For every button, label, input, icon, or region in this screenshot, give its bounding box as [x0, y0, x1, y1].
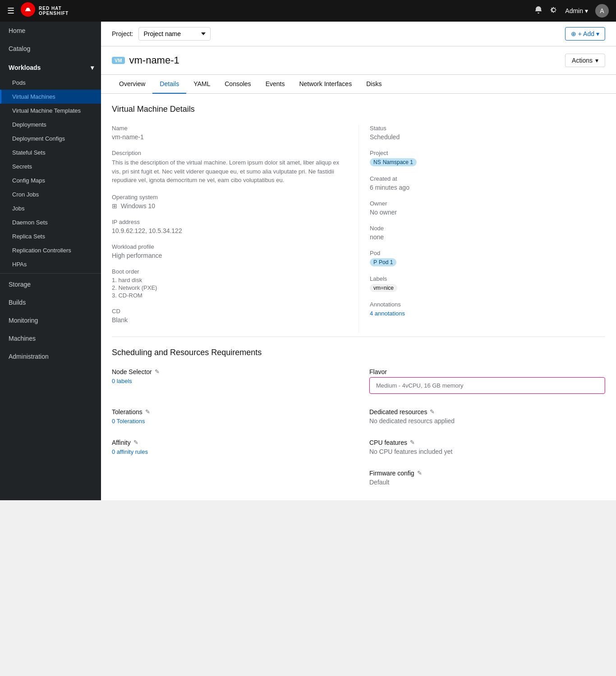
flavor-field: Flavor Medium - 4vCPU, 16 GB memory	[369, 368, 605, 394]
os-label: Operating system	[112, 194, 348, 201]
status-field: Status Scheduled	[370, 125, 605, 141]
hamburger-icon[interactable]: ☰	[7, 6, 14, 16]
firmware-value: Default	[369, 479, 605, 486]
cpu-features-field: CPU features ✎ No CPU features included …	[369, 439, 605, 455]
node-selector-label: Node Selector ✎	[112, 368, 348, 375]
sidebar-section-workloads[interactable]: Workloads ▾	[0, 58, 101, 76]
tab-details[interactable]: Details	[152, 75, 186, 94]
firmware-label: Firmware config ✎	[369, 470, 605, 477]
project-select[interactable]: Project name	[138, 27, 211, 41]
add-button[interactable]: ⊕ + Add ▾	[565, 27, 605, 41]
tolerations-value[interactable]: 0 Tolerations	[112, 418, 145, 425]
tab-events[interactable]: Events	[258, 75, 292, 94]
sidebar-item-secrets[interactable]: Secrets	[0, 160, 101, 174]
boot-item-1: 1. hard disk	[112, 277, 348, 283]
flavor-name: Medium - 4vCPU, 16 GB memory	[376, 382, 598, 389]
dedicated-resources-field: Dedicated resources ✎ No dedicated resou…	[369, 408, 605, 425]
project-field: Project NS Namspace 1	[370, 150, 605, 166]
sidebar-item-deployment-configs[interactable]: Deployment Configs	[0, 132, 101, 146]
labels-label: Labels	[370, 275, 605, 282]
sidebar-item-machines[interactable]: Machines	[0, 329, 101, 347]
sidebar-item-replication-controllers[interactable]: Replication Controllers	[0, 243, 101, 257]
owner-label: Owner	[370, 200, 605, 207]
vm-details-grid: Name vm-name-1 Description This is the d…	[112, 125, 605, 333]
sidebar-item-administration[interactable]: Administration	[0, 347, 101, 365]
labels-field: Labels vm=nice	[370, 275, 605, 292]
sidebar-item-monitoring[interactable]: Monitoring	[0, 311, 101, 329]
affinity-value[interactable]: 0 affinity rules	[112, 448, 148, 455]
cpu-features-edit-icon[interactable]: ✎	[410, 439, 415, 446]
actions-button[interactable]: Actions ▾	[565, 54, 605, 67]
sidebar-item-cron-jobs[interactable]: Cron Jobs	[0, 187, 101, 201]
boot-item-2: 2. Network (PXE)	[112, 284, 348, 291]
sidebar-item-config-maps[interactable]: Config Maps	[0, 174, 101, 187]
sidebar-item-virtual-machines[interactable]: Virtual Machines	[0, 90, 101, 104]
created-label: Created at	[370, 175, 605, 182]
owner-value: No owner	[370, 209, 605, 216]
tab-network-interfaces[interactable]: Network Interfaces	[292, 75, 359, 94]
sidebar-item-catalog[interactable]: Catalog	[0, 40, 101, 58]
sidebar-item-builds[interactable]: Builds	[0, 293, 101, 311]
sidebar-item-label: Stateful Sets	[12, 149, 46, 156]
add-button-label: + Add	[578, 30, 594, 37]
gear-icon[interactable]	[550, 6, 558, 16]
sidebar-item-jobs[interactable]: Jobs	[0, 201, 101, 215]
add-chevron-icon: ▾	[596, 30, 599, 37]
ip-label: IP address	[112, 219, 348, 225]
status-value: Scheduled	[370, 133, 605, 141]
tolerations-edit-icon[interactable]: ✎	[145, 408, 150, 415]
ip-field: IP address 10.9.62.122, 10.5.34.122	[112, 219, 348, 234]
description-value: This is the description of the virtual m…	[112, 158, 348, 185]
logo-text: RED HAT OPENSHIFT	[39, 6, 69, 16]
annotations-link[interactable]: 4 annotations	[370, 310, 405, 317]
sidebar-item-replica-sets[interactable]: Replica Sets	[0, 229, 101, 243]
sidebar-item-label: Monitoring	[9, 317, 38, 324]
sidebar-item-vm-templates[interactable]: Virtual Machine Templates	[0, 104, 101, 118]
dedicated-value: No dedicated resourcs applied	[369, 417, 605, 425]
flavor-box: Medium - 4vCPU, 16 GB memory	[369, 377, 605, 394]
firmware-edit-icon[interactable]: ✎	[417, 470, 422, 476]
sidebar-item-deployments[interactable]: Deployments	[0, 118, 101, 132]
sidebar-item-stateful-sets[interactable]: Stateful Sets	[0, 146, 101, 160]
sidebar-item-storage[interactable]: Storage	[0, 275, 101, 293]
boot-order-field: Boot order 1. hard disk 2. Network (PXE)…	[112, 268, 348, 299]
node-selector-value[interactable]: 0 labels	[112, 378, 132, 384]
node-selector-edit-icon[interactable]: ✎	[155, 368, 160, 375]
project-detail-value: NS Namspace 1	[370, 158, 605, 166]
sidebar-item-daemon-sets[interactable]: Daemon Sets	[0, 215, 101, 229]
vm-title: vm-name-1	[129, 55, 565, 66]
created-value: 6 minutes ago	[370, 184, 605, 191]
tab-consoles[interactable]: Consoles	[217, 75, 258, 94]
boot-item-3: 3. CD-ROM	[112, 292, 348, 299]
vm-header: VM vm-name-1 Actions ▾	[101, 46, 616, 75]
tab-disks[interactable]: Disks	[359, 75, 389, 94]
tab-overview[interactable]: Overview	[112, 75, 152, 94]
chevron-icon: ▾	[91, 64, 94, 71]
redhat-logo-svg	[20, 1, 36, 18]
bell-icon[interactable]	[534, 6, 542, 16]
affinity-edit-icon[interactable]: ✎	[133, 439, 138, 446]
sidebar-item-hpas[interactable]: HPAs	[0, 257, 101, 271]
affinity-label: Affinity ✎	[112, 439, 348, 446]
actions-chevron-icon: ▾	[595, 57, 598, 64]
annotations-label: Annotations	[370, 301, 605, 308]
admin-menu[interactable]: Admin ▾	[565, 7, 588, 14]
sidebar-item-label: Jobs	[12, 205, 24, 212]
vm-badge: VM	[112, 57, 125, 64]
sidebar-item-label: Virtual Machine Templates	[12, 107, 81, 114]
dedicated-edit-icon[interactable]: ✎	[430, 408, 435, 415]
created-field: Created at 6 minutes ago	[370, 175, 605, 191]
cd-value: Blank	[112, 316, 348, 324]
project-label: Project:	[112, 30, 133, 37]
annotations-field: Annotations 4 annotations	[370, 301, 605, 317]
scheduling-grid: Node Selector ✎ 0 labels Flavor Medium -…	[112, 368, 605, 489]
sidebar-item-label: Home	[9, 27, 25, 34]
sidebar-item-pods[interactable]: Pods	[0, 76, 101, 90]
navbar: ☰ RED HAT OPENSHIFT Admin ▾ A	[0, 0, 616, 22]
scheduling-section: Scheduling and Resources Requirements No…	[112, 336, 605, 489]
boot-order-label: Boot order	[112, 268, 348, 275]
sidebar-item-home[interactable]: Home	[0, 22, 101, 40]
tab-yaml[interactable]: YAML	[186, 75, 217, 94]
sidebar-item-label: Replica Sets	[12, 233, 45, 240]
user-avatar[interactable]: A	[595, 4, 609, 18]
